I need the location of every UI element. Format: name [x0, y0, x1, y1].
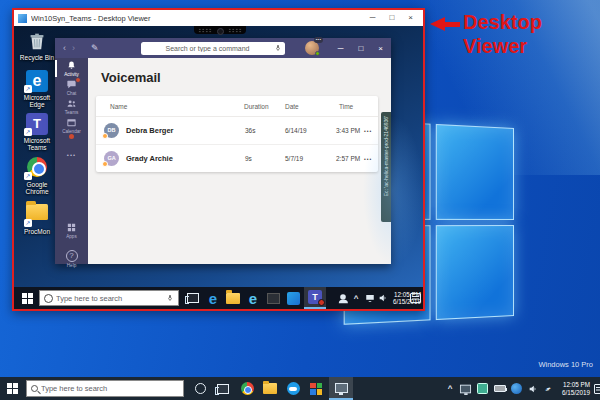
colored-squares-app-icon	[310, 383, 322, 395]
blue-circle-icon	[511, 383, 522, 394]
remote-tray-volume[interactable]	[376, 287, 389, 309]
host-tray-hidden-icons[interactable]: ^	[444, 377, 456, 400]
rail-item-more[interactable]	[55, 143, 88, 161]
host-tray-display[interactable]	[458, 377, 473, 400]
cortana-icon	[44, 294, 53, 303]
host-clock[interactable]: 12:05 PM 6/15/2019	[556, 377, 590, 400]
remote-taskbar-internet-explorer[interactable]: e	[244, 287, 262, 309]
rail-item-teams[interactable]: Teams	[55, 98, 88, 115]
action-center-icon	[594, 384, 600, 394]
host-taskbar: ^ ⌁ 12:05 PM 6/15/2019	[0, 377, 600, 400]
annotation-arrow-icon	[430, 17, 460, 31]
speaker-icon	[528, 384, 538, 394]
remote-search-box[interactable]	[39, 290, 179, 306]
voicemail-table-header: Name Duration Date Time	[96, 96, 378, 117]
remote-search-input[interactable]	[56, 294, 163, 303]
remote-tray-people[interactable]	[336, 287, 350, 309]
row-more-icon[interactable]	[364, 155, 372, 162]
desktop-icon-microsoft-teams[interactable]: T ↗ Microsoft Teams	[16, 113, 58, 151]
host-task-view-button[interactable]	[213, 377, 233, 400]
voicemail-row[interactable]: GA Grady Archie 9s 5/7/19 2:57 PM	[96, 144, 378, 171]
remote-taskbar-app2[interactable]	[284, 287, 302, 309]
remote-taskbar: e e T ^ 12:05 PM 6/15/2019	[14, 287, 423, 309]
shortcut-arrow-icon: ↗	[24, 128, 32, 136]
host-search-box[interactable]	[26, 380, 184, 397]
calendar-icon	[66, 117, 77, 128]
desktop-icon-recycle-bin[interactable]: Recycle Bin	[16, 30, 58, 61]
host-start-button[interactable]	[2, 377, 22, 400]
host-taskbar-app2[interactable]	[306, 377, 326, 400]
edge-icon: e	[209, 291, 217, 306]
desktop-icon-procmon[interactable]: ↗ ProcMon	[16, 200, 58, 235]
rail-item-activity[interactable]: Activity	[55, 60, 88, 77]
green-app-icon	[477, 383, 488, 394]
remote-taskbar-edge[interactable]: e	[204, 287, 222, 309]
remote-task-view-button[interactable]	[184, 287, 202, 309]
host-tray-battery[interactable]	[492, 377, 507, 400]
row-more-icon[interactable]	[364, 127, 372, 134]
host-action-center[interactable]	[592, 377, 600, 400]
voicemail-row[interactable]: DB Debra Berger 36s 6/14/19 3:43 PM	[96, 117, 378, 144]
edge-icon: e ↗	[26, 70, 48, 92]
recycle-bin-icon	[26, 30, 48, 52]
host-cortana-button[interactable]	[190, 377, 210, 400]
viewer-close-button[interactable]: ×	[408, 14, 413, 22]
forward-icon[interactable]: ›	[72, 43, 81, 53]
shortcut-arrow-icon: ↗	[24, 219, 32, 227]
network-icon	[365, 293, 375, 303]
remote-taskbar-file-explorer[interactable]	[224, 287, 242, 309]
host-taskbar-file-explorer[interactable]	[260, 377, 280, 400]
rail-item-apps[interactable]: Apps	[55, 222, 88, 239]
desktop-icon-google-chrome[interactable]: ↗ Google Chrome	[16, 156, 58, 195]
app-window-icon	[267, 293, 280, 304]
voicemail-list: Name Duration Date Time DB Debra Berger …	[96, 96, 378, 172]
remote-tray-network[interactable]	[363, 287, 376, 309]
rail-item-help[interactable]: Help	[55, 244, 88, 268]
people-icon	[66, 98, 77, 109]
annotation-label: Desktop Viewer	[463, 10, 563, 58]
host-tray-volume[interactable]	[526, 377, 540, 400]
viewer-toolbar-grip[interactable]	[194, 26, 246, 34]
teams-maximize-button[interactable]: □	[358, 44, 363, 53]
rail-item-chat[interactable]: Chat	[55, 79, 88, 96]
mic-icon[interactable]	[166, 294, 174, 302]
status-away-icon	[102, 133, 108, 139]
viewer-minimize-button[interactable]: ─	[370, 14, 376, 22]
remote-tray-hidden-icons[interactable]: ^	[350, 287, 362, 309]
remote-desktop: Recycle Bin e ↗ Microsoft Edge T ↗ Micro…	[14, 26, 423, 309]
viewer-titlebar[interactable]: Win10Syn_Teams - Desktop Viewer ─ □ ×	[14, 10, 423, 26]
teams-content: Voicemail Name Duration Date Time DB Deb…	[88, 58, 391, 264]
host-taskbar-app1[interactable]	[283, 377, 303, 400]
host-tray-app[interactable]	[475, 377, 490, 400]
host-tray-onedrive[interactable]	[509, 377, 524, 400]
desktop-viewer-window: Win10Syn_Teams - Desktop Viewer ─ □ × Re…	[12, 8, 425, 311]
host-search-input[interactable]	[41, 384, 179, 393]
status-away-icon	[102, 161, 108, 167]
avatar[interactable]: •••	[305, 41, 319, 55]
remote-start-button[interactable]	[18, 287, 36, 309]
desktop-icon-microsoft-edge[interactable]: e ↗ Microsoft Edge	[16, 70, 58, 108]
host-taskbar-chrome[interactable]	[237, 377, 257, 400]
host-taskbar-desktop-viewer-active[interactable]	[329, 377, 353, 400]
compose-icon[interactable]: ✎	[91, 43, 99, 53]
remote-action-center[interactable]	[407, 287, 423, 309]
rail-item-calendar[interactable]: Calendar	[55, 117, 88, 134]
teams-search-input[interactable]	[141, 45, 274, 52]
mic-icon[interactable]	[274, 44, 282, 52]
remote-taskbar-app[interactable]	[264, 287, 282, 309]
action-center-icon	[410, 293, 421, 303]
internet-explorer-icon: e	[249, 291, 257, 306]
help-icon	[66, 244, 78, 261]
back-icon[interactable]: ‹	[63, 43, 72, 53]
battery-icon	[494, 385, 506, 392]
cortana-icon	[195, 383, 206, 394]
teams-search-bar[interactable]	[141, 42, 285, 55]
host-tray-connection[interactable]: ⌁	[541, 377, 555, 400]
teams-minimize-button[interactable]: ─	[338, 44, 344, 53]
grip-dots-icon	[228, 28, 242, 33]
search-icon	[31, 385, 38, 392]
chevron-up-icon: ^	[354, 294, 359, 303]
viewer-maximize-button[interactable]: □	[389, 14, 394, 22]
teams-close-button[interactable]: ×	[378, 44, 383, 53]
remote-taskbar-teams-active[interactable]: T	[304, 287, 326, 309]
